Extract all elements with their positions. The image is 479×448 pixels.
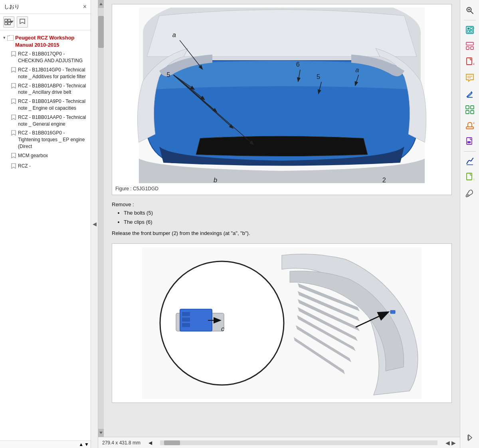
- zoom-icon: [466, 6, 474, 14]
- figure-2: c: [112, 243, 452, 403]
- svg-rect-2: [5, 22, 7, 25]
- bookmark-icon-4: [11, 114, 16, 122]
- sidebar: しおり × ▾: [0, 0, 91, 448]
- figure-caption-1: Figure : C5JG1DGD: [115, 186, 448, 191]
- sidebar-title: しおり: [4, 3, 20, 10]
- page-nav-arrows: ◀ ▶: [445, 440, 456, 446]
- sidebar-item-2[interactable]: RCZ - B1BB01ABP0 - Technical note _ Anci…: [10, 81, 87, 97]
- svg-rect-64: [466, 106, 469, 109]
- svg-text:+: +: [473, 62, 474, 66]
- doc-nav-button[interactable]: +: [463, 23, 477, 37]
- bookmark-view-button[interactable]: [3, 16, 14, 28]
- remove-list: The bolts (5) The clips (6): [124, 209, 452, 227]
- zoom-button[interactable]: [463, 3, 477, 18]
- svg-rect-52: [470, 28, 472, 30]
- sidebar-item-label-3: RCZ - B1BB01A9P0 - Technical note _ Engi…: [18, 98, 87, 112]
- bookmark-icon-6: [11, 153, 16, 160]
- pdf-add-button[interactable]: +: [463, 55, 477, 69]
- svg-rect-36: [390, 310, 395, 314]
- main-content: a 5 b 6: [98, 0, 460, 448]
- svg-text:+: +: [473, 26, 474, 30]
- scroll-thumb[interactable]: [98, 16, 104, 48]
- bookmark-icon-2: [11, 83, 16, 91]
- sidebar-item-1[interactable]: RCZ - B1JB014GP0 - Technical note _ Addi…: [10, 65, 87, 81]
- bookmark-icon-7: [11, 163, 16, 171]
- export-button[interactable]: ↑: [463, 170, 477, 184]
- sidebar-scroll-down[interactable]: ▼: [84, 442, 89, 447]
- sidebar-item-label-2: RCZ - B1BB01ABP0 - Technical note _ Anci…: [18, 83, 87, 96]
- sidebar-item-7[interactable]: RCZ -: [10, 162, 87, 172]
- sidebar-item-0[interactable]: RCZ - B1BB017QP0 - CHECKING AND ADJUSTIN…: [10, 49, 87, 65]
- remove-item-0: The bolts (5): [124, 209, 452, 217]
- svg-rect-67: [471, 111, 474, 114]
- svg-rect-56: [466, 42, 473, 45]
- redact-icon: [465, 137, 474, 146]
- scroll-left-arrow[interactable]: ◀: [148, 440, 152, 446]
- bookmark-icon-0: [11, 51, 16, 59]
- bookmark-button[interactable]: [17, 16, 28, 28]
- status-bar: 279.4 x 431.8 mm ◀ ◀ ▶: [98, 437, 460, 448]
- sidebar-scroll-up[interactable]: ▲: [79, 442, 83, 447]
- highlight-button[interactable]: [463, 87, 477, 101]
- sidebar-item-3[interactable]: RCZ - B1BB01A9P0 - Technical note _ Engi…: [10, 97, 87, 113]
- sidebar-item-5[interactable]: RCZ - B1BB016GP0 - Tightening torques _ …: [10, 128, 87, 151]
- svg-rect-43: [182, 323, 190, 327]
- figure-1: a 5 b 6: [112, 4, 452, 195]
- svg-marker-76: [469, 435, 472, 440]
- comment-icon: [465, 73, 474, 82]
- dimensions-label: 279.4 x 431.8 mm: [102, 440, 141, 446]
- scrollbar-thumb[interactable]: [164, 440, 180, 445]
- collapse-right-icon: [466, 434, 473, 441]
- tools-button[interactable]: [463, 186, 477, 200]
- svg-rect-58: [471, 47, 473, 49]
- page-back-arrow[interactable]: ◀: [445, 440, 450, 446]
- comment-button[interactable]: [463, 71, 477, 85]
- sidebar-item-label-4: RCZ - B1BB01AAP0 - Technical note _ Gene…: [18, 114, 87, 128]
- sidebar-item-label-6: MCM gearbox: [18, 152, 87, 159]
- svg-rect-59: [467, 58, 472, 65]
- sidebar-item-label-0: RCZ - B1BB017QP0 - CHECKING AND ADJUSTIN…: [18, 51, 87, 64]
- remove-item-1: The clips (6): [124, 218, 452, 227]
- scroll-up-button[interactable]: [98, 0, 104, 8]
- highlight-icon: [465, 89, 474, 98]
- collapse-left-icon: ◀: [93, 221, 97, 227]
- tree-root-label: ▾ Peugeot RCZ Workshop Manual 2010-2015: [3, 34, 87, 49]
- svg-rect-53: [467, 30, 469, 32]
- sidebar-collapse-button[interactable]: ◀: [91, 0, 98, 448]
- sidebar-item-6[interactable]: MCM gearbox: [10, 151, 87, 162]
- scroll-track[interactable]: [98, 8, 104, 429]
- bookmark-icon-5: [11, 130, 16, 138]
- sign-button[interactable]: [463, 154, 477, 168]
- bookmark-icon-1: [11, 67, 16, 75]
- svg-marker-14: [99, 3, 103, 5]
- sidebar-item-label-7: RCZ -: [18, 163, 87, 170]
- sidebar-close-button[interactable]: ×: [83, 3, 87, 10]
- layout-button[interactable]: [463, 39, 477, 53]
- remove-section: Remove : The bolts (5) The clips (6) Rel…: [112, 197, 452, 241]
- thumbnails-button[interactable]: [463, 103, 477, 117]
- scroll-down-button[interactable]: [98, 429, 104, 437]
- svg-rect-68: [466, 127, 473, 129]
- main-scrollbar[interactable]: [98, 0, 104, 437]
- page-forward-arrow[interactable]: ▶: [451, 440, 456, 446]
- svg-text:b: b: [214, 176, 217, 183]
- tree-collapse-icon[interactable]: ▾: [3, 35, 6, 40]
- right-toolbar-collapse[interactable]: [466, 434, 473, 445]
- sidebar-item-label-5: RCZ - B1BB016GP0 - Tightening torques _ …: [18, 130, 87, 150]
- release-text: Release the front bumper (2) from the in…: [112, 229, 452, 238]
- redact-button[interactable]: [463, 134, 477, 149]
- pdf-add-icon: +: [465, 57, 474, 66]
- svg-text:a: a: [355, 66, 359, 73]
- svg-rect-70: [467, 138, 472, 144]
- tree-root-title[interactable]: Peugeot RCZ Workshop Manual 2010-2015: [15, 34, 87, 49]
- svg-rect-71: [467, 141, 471, 143]
- stamp-button[interactable]: +: [463, 118, 477, 133]
- flag-icon: [19, 19, 26, 25]
- svg-marker-13: [12, 164, 16, 168]
- sidebar-content: ▾ Peugeot RCZ Workshop Manual 2010-2015 …: [0, 30, 91, 440]
- svg-rect-65: [471, 106, 474, 109]
- dropdown-arrow-icon: [10, 20, 14, 24]
- sidebar-item-4[interactable]: RCZ - B1BB01AAP0 - Technical note _ Gene…: [10, 113, 87, 129]
- horizontal-scrollbar[interactable]: [160, 440, 437, 445]
- export-icon: ↑: [465, 173, 474, 182]
